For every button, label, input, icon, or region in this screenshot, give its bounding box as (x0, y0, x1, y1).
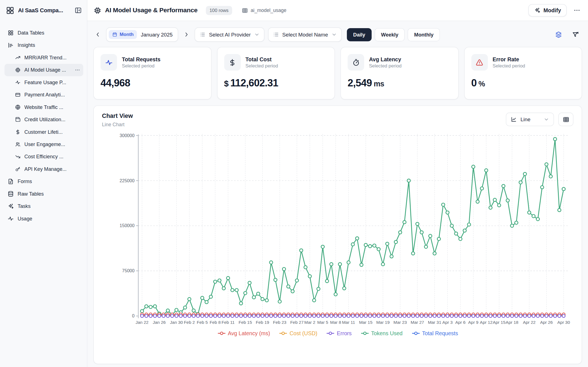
sidebar-item-data-tables[interactable]: Data Tables (4, 27, 83, 39)
trending-up-icon (15, 55, 21, 60)
legend-item-avg-latency-ms[interactable]: Avg Latency (ms) (217, 330, 270, 336)
stat-number: 44,968 (101, 77, 130, 89)
table-reference[interactable]: ai_model_usage (242, 7, 286, 13)
sidebar-item-customer-lifeti[interactable]: Customer Lifeti... (4, 126, 83, 138)
sidebar-item-feature-usage-p[interactable]: Feature Usage P... (4, 76, 83, 88)
sidebar-item-insights[interactable]: Insights (4, 39, 83, 51)
sidebar-item-ai-model-usage[interactable]: AI Model Usage ... (4, 64, 83, 76)
stat-suffix: % (479, 80, 485, 88)
ellipsis-icon[interactable] (75, 67, 80, 73)
legend-label: Avg Latency (ms) (228, 330, 270, 336)
stat-suffix: ms (374, 80, 384, 88)
legend-item-total-requests[interactable]: Total Requests (411, 330, 458, 336)
svg-text:Feb 5: Feb 5 (197, 320, 208, 325)
svg-text:Feb 8: Feb 8 (210, 320, 220, 325)
chart-card: Chart View Line Chart Line 0750001500002… (93, 105, 582, 364)
line-chart[interactable]: 075000150000225000300000Jan 22Jan 26Jan … (102, 132, 573, 329)
month-chip-label: Month (120, 32, 134, 37)
sidebar-item-label: Insights (18, 42, 80, 48)
stat-subtitle: Selected period (122, 63, 161, 69)
svg-text:Mar 11: Mar 11 (342, 320, 355, 325)
svg-text:Jan 30: Jan 30 (170, 320, 183, 325)
alert-triangle-icon (471, 54, 487, 71)
more-options-button[interactable] (573, 6, 581, 15)
layers-button[interactable] (554, 30, 563, 39)
sidebar-item-tasks[interactable]: Tasks (4, 200, 83, 212)
modify-label: Modify (543, 7, 561, 13)
stat-subtitle: Selected period (369, 63, 401, 69)
svg-text:0: 0 (132, 313, 134, 318)
stat-card-total-requests: Total RequestsSelected period44,968 (93, 47, 211, 99)
ai-provider-select[interactable]: Select AI Provider (195, 27, 264, 42)
stat-title: Total Requests (122, 56, 161, 62)
stat-number: 0 (471, 77, 476, 89)
svg-text:Apr 26: Apr 26 (540, 320, 553, 325)
sidebar-item-label: Data Tables (18, 30, 80, 36)
sidebar: AI SaaS Compa... Data TablesInsightsMRR/… (0, 0, 87, 367)
sidebar-header: AI SaaS Compa... (4, 5, 83, 15)
granularity-daily[interactable]: Daily (347, 28, 372, 41)
svg-text:Feb 15: Feb 15 (239, 320, 252, 325)
legend-item-errors[interactable]: Errors (326, 330, 352, 336)
svg-text:Jan 22: Jan 22 (136, 320, 148, 325)
previous-month-button[interactable] (93, 30, 102, 39)
legend-marker-icon (411, 331, 420, 336)
modify-button[interactable]: Modify (528, 4, 567, 16)
sidebar-item-api-key-manage[interactable]: API Key Manage... (4, 163, 83, 175)
chevron-down-icon (254, 32, 259, 37)
legend-label: Tokens Used (371, 330, 403, 336)
sidebar-item-payment-analyti[interactable]: Payment Analyti... (4, 89, 83, 101)
stat-subtitle: Selected period (493, 63, 525, 69)
svg-text:Mar 23: Mar 23 (393, 320, 407, 325)
line-chart-svg[interactable]: 075000150000225000300000Jan 22Jan 26Jan … (102, 132, 573, 329)
stat-prefix: $ (224, 79, 229, 89)
legend-label: Total Requests (422, 330, 458, 336)
sidebar-item-forms[interactable]: Forms (4, 175, 83, 188)
chevron-down-icon (544, 117, 549, 122)
users-icon (15, 142, 21, 147)
stat-number: 2,549 (348, 77, 372, 89)
stat-card-total-cost: Total CostSelected period$112,602.31 (217, 47, 335, 99)
sidebar-item-cost-efficiency[interactable]: Cost Efficiency ... (4, 150, 83, 163)
svg-text:Apr 15: Apr 15 (493, 320, 505, 325)
table-name: ai_model_usage (251, 8, 286, 13)
granularity-weekly[interactable]: Weekly (375, 28, 405, 41)
sidebar-item-label: API Key Manage... (24, 166, 80, 172)
timer-icon (348, 54, 364, 71)
model-name-select[interactable]: Select Model Name (268, 27, 342, 42)
svg-text:Feb 19: Feb 19 (256, 320, 269, 325)
table-view-button[interactable] (558, 113, 574, 126)
svg-text:Mar 5: Mar 5 (317, 320, 328, 325)
svg-text:Apr 6: Apr 6 (455, 320, 465, 325)
legend-item-cost-usd[interactable]: Cost (USD) (279, 330, 317, 336)
chart-type-subtitle: Line Chart (102, 121, 133, 127)
legend-item-tokens-used[interactable]: Tokens Used (361, 330, 403, 336)
app-logo-icon (6, 6, 14, 14)
sidebar-item-credit-utilization[interactable]: Credit Utilization... (4, 113, 83, 126)
sidebar-item-label: Tasks (18, 203, 80, 209)
sidebar-collapse-button[interactable] (74, 6, 82, 15)
chart-type-select[interactable]: Line (506, 113, 554, 126)
sidebar-item-raw-tables[interactable]: Raw Tables (4, 188, 83, 200)
svg-text:Apr 12: Apr 12 (480, 320, 493, 325)
month-value: January 2025 (141, 31, 173, 38)
sidebar-item-label: Usage (18, 216, 80, 221)
stat-title: Avg Latency (369, 56, 401, 62)
month-picker[interactable]: Month January 2025 (106, 27, 178, 42)
sidebar-item-label: Website Traffic ... (24, 104, 80, 110)
sidebar-item-mrr-arr-trend[interactable]: MRR/ARR Trend... (4, 52, 83, 64)
chart-type-value: Line (521, 116, 540, 123)
sidebar-item-user-engageme[interactable]: User Engageme... (4, 138, 83, 150)
sidebar-item-website-traffic[interactable]: Website Traffic ... (4, 101, 83, 113)
trending-down-icon (15, 154, 21, 159)
pulse-icon (101, 54, 117, 71)
sidebar-item-label: Feature Usage P... (24, 80, 80, 85)
clear-filters-button[interactable] (571, 30, 580, 39)
dollar-icon (15, 129, 21, 135)
stat-card-error-rate: Error RateSelected period0% (464, 47, 582, 99)
next-month-button[interactable] (182, 30, 191, 39)
sidebar-item-label: Credit Utilization... (24, 117, 80, 122)
granularity-monthly[interactable]: Monthly (408, 28, 440, 41)
line-chart-icon (511, 116, 517, 123)
sidebar-item-usage[interactable]: Usage (4, 212, 83, 225)
